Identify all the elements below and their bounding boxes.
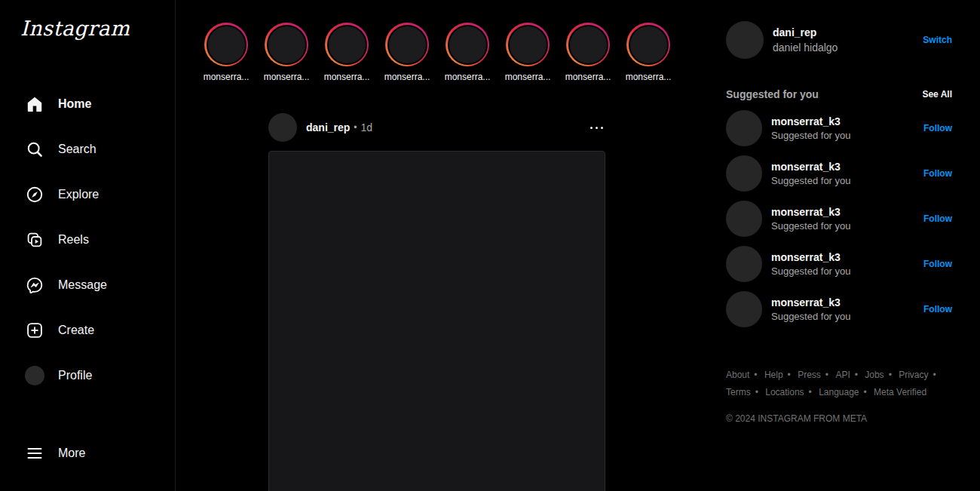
current-account-names: dani_rep daniel hidalgo <box>773 26 838 54</box>
footer-separator: • <box>889 370 892 380</box>
suggestion-names: monserrat_k3 Suggested for you <box>771 161 851 186</box>
story-ring <box>385 23 429 66</box>
story-ring <box>204 23 248 66</box>
suggestion-row: monserrat_k3 Suggested for you Follow <box>726 201 952 237</box>
story-username: monserra... <box>505 72 551 82</box>
suggestion-avatar[interactable] <box>726 291 762 327</box>
current-account-row: dani_rep daniel hidalgo Switch <box>726 21 952 59</box>
suggestion-names: monserrat_k3 Suggested for you <box>771 206 851 232</box>
instagram-logo[interactable]: Instagram <box>20 17 130 40</box>
footer-link-terms[interactable]: Terms <box>726 387 751 397</box>
suggestion-avatar[interactable] <box>726 201 762 237</box>
suggestion-subtitle: Suggested for you <box>771 311 851 322</box>
story-item[interactable]: monserra... <box>196 23 256 82</box>
footer-links: About• Help• Press• API• Jobs• Privacy• … <box>726 367 946 401</box>
story-item[interactable]: monserra... <box>317 23 377 82</box>
footer-separator: • <box>933 370 936 380</box>
story-ring <box>506 23 550 66</box>
story-ring <box>446 23 489 66</box>
reels-icon <box>25 230 44 250</box>
sidebar-item-label: More <box>58 447 85 460</box>
sidebar-item-search[interactable]: Search <box>0 131 174 167</box>
sidebar-item-create[interactable]: Create <box>0 312 174 348</box>
footer-link-about[interactable]: About <box>726 370 749 380</box>
sidebar-item-label: Search <box>58 143 96 156</box>
follow-button[interactable]: Follow <box>923 304 952 315</box>
suggestion-username[interactable]: monserrat_k3 <box>771 161 851 173</box>
footer-link-api[interactable]: API <box>835 370 850 380</box>
sidebar-item-more[interactable]: More <box>0 435 174 471</box>
current-account-fullname: daniel hidalgo <box>773 41 838 54</box>
suggestion-subtitle: Suggested for you <box>771 220 851 232</box>
profile-avatar <box>25 366 44 385</box>
story-avatar <box>267 25 307 65</box>
story-item[interactable]: monserra... <box>498 23 558 82</box>
suggestion-avatar[interactable] <box>726 110 762 146</box>
story-item[interactable]: monserra... <box>377 23 437 82</box>
post-media[interactable] <box>268 151 605 491</box>
post-author-avatar[interactable] <box>268 113 297 142</box>
story-username: monserra... <box>264 72 310 82</box>
current-account-username[interactable]: dani_rep <box>773 26 838 38</box>
post-header: dani_rep • 1d <box>268 113 605 142</box>
story-item[interactable]: monserra... <box>558 23 618 82</box>
suggestion-avatar[interactable] <box>726 155 762 192</box>
sidebar-item-explore[interactable]: Explore <box>0 176 174 213</box>
footer-separator: • <box>855 370 858 380</box>
post-author-username[interactable]: dani_rep <box>306 121 350 133</box>
suggestion-names: monserrat_k3 Suggested for you <box>771 296 851 322</box>
footer-link-privacy[interactable]: Privacy <box>899 370 928 380</box>
footer-link-press[interactable]: Press <box>798 370 821 380</box>
sidebar: Instagram Home Search Explore Reels <box>0 0 176 491</box>
feed-post: dani_rep • 1d <box>268 113 605 491</box>
menu-icon <box>25 443 44 463</box>
footer-link-locations[interactable]: Locations <box>765 387 804 397</box>
home-icon <box>25 94 44 114</box>
story-avatar <box>327 25 367 65</box>
suggestion-username[interactable]: monserrat_k3 <box>771 115 851 127</box>
suggestion-subtitle: Suggested for you <box>771 265 851 277</box>
footer-separator: • <box>864 387 867 397</box>
footer-link-jobs[interactable]: Jobs <box>865 370 884 380</box>
follow-button[interactable]: Follow <box>923 213 952 224</box>
suggestion-avatar[interactable] <box>726 246 762 282</box>
suggestion-username[interactable]: monserrat_k3 <box>771 296 851 308</box>
sidebar-item-label: Explore <box>58 188 99 201</box>
sidebar-item-home[interactable]: Home <box>0 86 174 122</box>
footer-link-meta-verified[interactable]: Meta Verified <box>874 387 926 397</box>
follow-button[interactable]: Follow <box>923 168 952 179</box>
suggestion-names: monserrat_k3 Suggested for you <box>771 251 851 277</box>
footer-separator: • <box>755 387 758 397</box>
sidebar-item-profile[interactable]: Profile <box>0 358 174 394</box>
current-account-avatar[interactable] <box>726 21 764 59</box>
footer-separator: • <box>809 387 812 397</box>
story-ring <box>626 23 670 66</box>
messenger-icon <box>25 275 44 295</box>
follow-button[interactable]: Follow <box>923 123 952 133</box>
suggestion-row: monserrat_k3 Suggested for you Follow <box>726 246 952 282</box>
suggestions-title: Suggested for you <box>726 88 819 100</box>
suggestion-subtitle: Suggested for you <box>771 175 851 186</box>
story-item[interactable]: monserra... <box>618 23 678 82</box>
suggestion-row: monserrat_k3 Suggested for you Follow <box>726 291 952 327</box>
see-all-button[interactable]: See All <box>922 89 952 100</box>
story-item[interactable]: monserra... <box>437 23 498 82</box>
more-options-icon[interactable] <box>588 121 605 135</box>
suggestion-username[interactable]: monserrat_k3 <box>771 251 851 263</box>
footer-link-help[interactable]: Help <box>764 370 783 380</box>
sidebar-item-reels[interactable]: Reels <box>0 222 174 258</box>
story-username: monserra... <box>565 72 611 82</box>
story-item[interactable]: monserra... <box>256 23 317 82</box>
suggestion-subtitle: Suggested for you <box>771 130 851 141</box>
story-username: monserra... <box>445 72 491 82</box>
create-icon <box>25 321 44 340</box>
follow-button[interactable]: Follow <box>923 259 952 269</box>
right-panel: dani_rep daniel hidalgo Switch Suggested… <box>726 0 952 491</box>
switch-account-button[interactable]: Switch <box>923 35 952 45</box>
sidebar-item-label: Message <box>58 278 107 292</box>
sidebar-item-message[interactable]: Message <box>0 267 174 303</box>
footer-link-language[interactable]: Language <box>819 387 859 397</box>
footer-separator: • <box>788 370 791 380</box>
suggestion-username[interactable]: monserrat_k3 <box>771 206 851 218</box>
compass-icon <box>25 185 44 204</box>
